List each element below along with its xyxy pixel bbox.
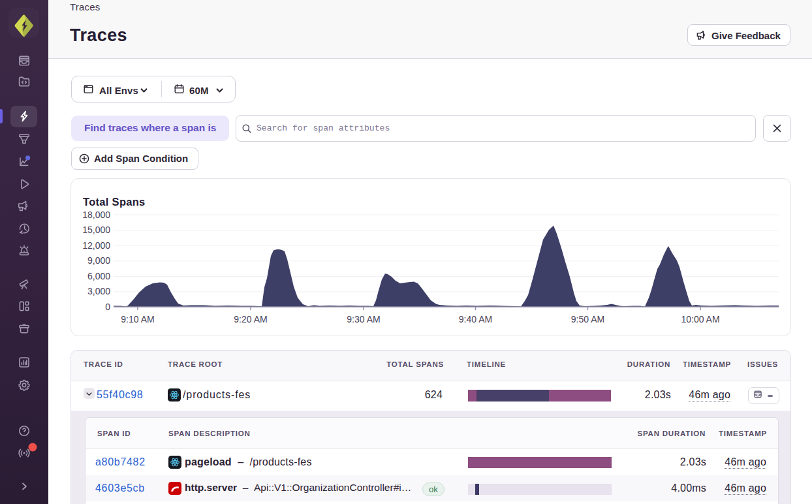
svg-text:9:40 AM: 9:40 AM (459, 314, 492, 324)
svg-text:0: 0 (105, 302, 110, 312)
svg-text:12,000: 12,000 (82, 240, 110, 251)
svg-text:9:10 AM: 9:10 AM (121, 314, 154, 324)
svg-text:9:20 AM: 9:20 AM (234, 314, 267, 324)
svg-text:9:50 AM: 9:50 AM (571, 314, 604, 324)
svg-text:9:30 AM: 9:30 AM (347, 314, 380, 324)
svg-text:18,000: 18,000 (82, 210, 110, 220)
svg-text:10:00 AM: 10:00 AM (681, 314, 719, 324)
svg-text:15,000: 15,000 (82, 225, 110, 235)
svg-text:9,000: 9,000 (87, 255, 110, 266)
svg-text:6,000: 6,000 (87, 271, 110, 281)
svg-text:3,000: 3,000 (87, 286, 110, 296)
